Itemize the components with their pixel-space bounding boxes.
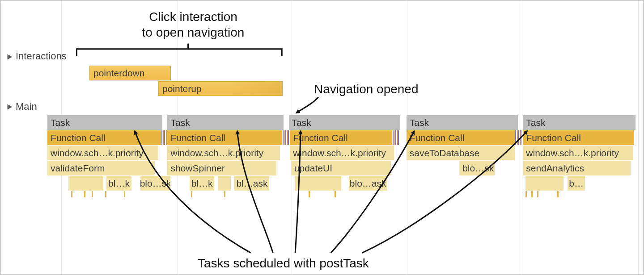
fcall-label: Function Call [410,133,465,143]
track-main-label: Main [16,101,37,112]
flame-row-tiny: bl…k blo…sk bl…k bl…ask blo…ask b… [47,176,636,191]
annotation-line1: Click interaction [149,10,237,24]
interaction-pointerdown[interactable]: pointerdown [89,66,171,80]
fcall-label: Function Call [170,133,225,143]
tiny-c1b: blo…sk [140,178,171,189]
interaction-pointerup[interactable]: pointerup [158,81,283,96]
annotation-nav-opened: Navigation opened [314,81,419,97]
flame-row-task: Task Task Task Task Task [47,115,636,130]
tiny-c1a: bl…k [108,178,130,189]
flame-row-js1: window.sch…k.priority window.sch…k.prior… [47,146,636,160]
task-label: Task [410,117,429,128]
js2-c1: validateForm [51,163,105,174]
js2-c2: showSpinner [170,163,225,174]
js1-c3: window.sch…k.priority [293,148,386,158]
interaction-pointerup-label: pointerup [162,83,202,94]
task-label: Task [526,117,545,128]
task-label: Task [292,117,311,128]
fcall-label: Function Call [293,133,348,143]
js2-c4: blo…sk [462,163,494,174]
collapse-triangle-icon[interactable] [8,54,13,60]
devtools-performance-diagram: Click interaction to open navigation Int… [0,0,644,275]
js1-c1: window.sch…k.priority [51,148,144,158]
track-interactions-label: Interactions [16,50,67,62]
fcall-label: Function Call [51,133,106,143]
annotation-posttask: Tasks scheduled with postTask [198,255,369,271]
js1-c2: window.sch…k.priority [170,148,263,158]
interaction-pointerdown-label: pointerdown [93,68,144,79]
tiny-c5: b… [569,178,584,189]
task-label: Task [170,117,190,128]
js1-c4: saveToDatabase [410,148,479,158]
tiny-c2b: bl…ask [236,178,267,189]
annotation-click-interaction: Click interaction to open navigation [99,9,287,40]
flame-row-js2: validateForm showSpinner updateUI blo…sk… [47,161,636,175]
task-label: Task [51,117,70,128]
js1-c5: window.sch…k.priority [526,148,619,158]
flame-row-function-call: Function Call Function Call Function Cal… [47,130,636,145]
fcall-label: Function Call [526,133,581,143]
tiny-c2a: bl…k [191,178,213,189]
flame-row-ticks [47,191,636,204]
js2-c3: updateUI [294,163,332,174]
js2-c5: sendAnalytics [526,163,584,174]
collapse-triangle-icon[interactable] [8,104,13,110]
annotation-line2: to open navigation [142,25,245,39]
tiny-c3: blo…ask [350,178,386,189]
